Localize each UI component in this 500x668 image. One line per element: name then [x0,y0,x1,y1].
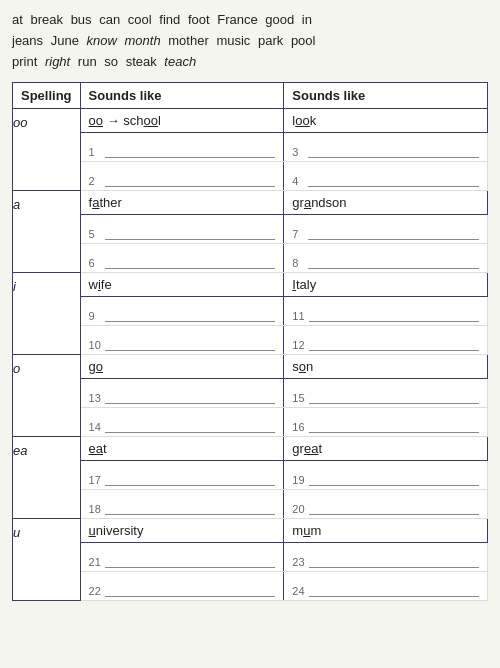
input-row-i-2: 10 12 [13,326,488,355]
input-cell-2[interactable]: 2 [80,162,284,191]
input-row-i-1: 9 11 [13,297,488,326]
word: print [12,54,37,69]
input-cell-22[interactable]: 22 [80,572,284,601]
word: cool [128,12,152,27]
word: find [159,12,180,27]
word: so [104,54,118,69]
section-u-header: u university mum [13,519,488,543]
word: bus [71,12,92,27]
input-cell-1[interactable]: 1 [80,133,284,162]
example-great: great [284,437,488,461]
word: teach [164,54,196,69]
input-cell-21[interactable]: 21 [80,543,284,572]
word: June [51,33,79,48]
col-header-sounds1: Sounds like [80,83,284,109]
word: know [87,33,117,48]
input-cell-24[interactable]: 24 [284,572,488,601]
section-oo-header: oo oo → school look [13,109,488,133]
section-ea-header: ea eat great [13,437,488,461]
input-row-ea-2: 18 20 [13,490,488,519]
word-list: at break bus can cool find foot France g… [12,10,488,72]
example-eat: eat [80,437,284,461]
col-header-sounds2: Sounds like [284,83,488,109]
word: can [99,12,120,27]
example-look: look [284,109,488,133]
word: park [258,33,283,48]
word: good [265,12,294,27]
input-cell-20[interactable]: 20 [284,490,488,519]
input-cell-4[interactable]: 4 [284,162,488,191]
input-cell-11[interactable]: 11 [284,297,488,326]
word: jeans [12,33,43,48]
input-cell-9[interactable]: 9 [80,297,284,326]
input-cell-7[interactable]: 7 [284,215,488,244]
example-go: go [80,355,284,379]
example-son: son [284,355,488,379]
spelling-label-u: u [13,519,81,601]
example-mum: mum [284,519,488,543]
col-header-spelling: Spelling [13,83,81,109]
input-row-u-2: 22 24 [13,572,488,601]
example-father: father [80,191,284,215]
input-row-o-1: 13 15 [13,379,488,408]
input-cell-3[interactable]: 3 [284,133,488,162]
spelling-label-oo: oo [13,109,81,191]
input-cell-8[interactable]: 8 [284,244,488,273]
section-i-header: i wife Italy [13,273,488,297]
word: break [30,12,63,27]
input-cell-23[interactable]: 23 [284,543,488,572]
word: run [78,54,97,69]
example-wife: wife [80,273,284,297]
input-cell-16[interactable]: 16 [284,408,488,437]
word: at [12,12,23,27]
input-row-o-2: 14 16 [13,408,488,437]
input-row-oo-2: 2 4 [13,162,488,191]
input-row-ea-1: 17 19 [13,461,488,490]
word: mother [168,33,208,48]
input-cell-17[interactable]: 17 [80,461,284,490]
word: France [217,12,257,27]
word: right [45,54,70,69]
word: month [125,33,161,48]
input-cell-15[interactable]: 15 [284,379,488,408]
example-university: university [80,519,284,543]
example-school: oo → school [80,109,284,133]
example-italy: Italy [284,273,488,297]
input-row-a-2: 6 8 [13,244,488,273]
spelling-label-a: a [13,191,81,273]
word: in [302,12,312,27]
input-row-u-1: 21 23 [13,543,488,572]
spelling-table: Spelling Sounds like Sounds like oo oo →… [12,82,488,601]
word: pool [291,33,316,48]
input-cell-5[interactable]: 5 [80,215,284,244]
input-cell-12[interactable]: 12 [284,326,488,355]
input-cell-14[interactable]: 14 [80,408,284,437]
input-cell-6[interactable]: 6 [80,244,284,273]
input-row-a-1: 5 7 [13,215,488,244]
word: foot [188,12,210,27]
input-cell-18[interactable]: 18 [80,490,284,519]
word: music [216,33,250,48]
spelling-label-i: i [13,273,81,355]
input-cell-13[interactable]: 13 [80,379,284,408]
input-row-oo-1: 1 3 [13,133,488,162]
spelling-label-ea: ea [13,437,81,519]
spelling-label-o: o [13,355,81,437]
section-a-header: a father grandson [13,191,488,215]
word: steak [126,54,157,69]
example-grandson: grandson [284,191,488,215]
input-cell-19[interactable]: 19 [284,461,488,490]
section-o-header: o go son [13,355,488,379]
input-cell-10[interactable]: 10 [80,326,284,355]
